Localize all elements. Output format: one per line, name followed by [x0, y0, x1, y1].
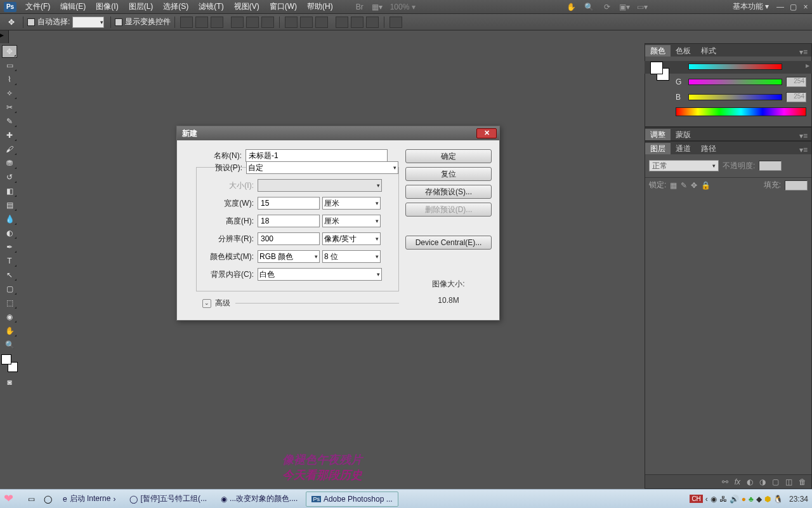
dist-btn-3[interactable]	[315, 17, 328, 28]
maximize-button[interactable]: ▢	[788, 3, 798, 11]
preset-select[interactable]: 自定▾	[246, 161, 398, 174]
hue-strip[interactable]	[676, 107, 806, 116]
bridge-icon[interactable]: Br	[352, 1, 367, 13]
align-btn-6[interactable]	[261, 17, 274, 28]
stamp-tool[interactable]: ⛃	[2, 157, 17, 170]
menu-layer[interactable]: 图层(L)	[124, 1, 159, 12]
layers-panel-menu[interactable]: ▾≡	[796, 145, 811, 154]
menu-select[interactable]: 选择(S)	[158, 1, 193, 12]
advanced-toggle[interactable]: ⌄ 高级	[202, 298, 399, 309]
tab-adjust[interactable]: 调整	[645, 129, 671, 140]
lock-brush-icon[interactable]: ✎	[681, 181, 687, 190]
tab-channels[interactable]: 通道	[671, 143, 696, 154]
fx-icon[interactable]: fx	[735, 478, 740, 486]
panel-color-swatches[interactable]	[650, 62, 669, 81]
dialog-close-button[interactable]: ✕	[476, 128, 497, 138]
tray-icon-4[interactable]: ◆	[756, 495, 762, 504]
g-slider[interactable]	[688, 79, 782, 85]
zoom-level[interactable]: 100% ▾	[390, 3, 416, 11]
align-btn-5[interactable]	[246, 17, 259, 28]
mask-icon[interactable]: ◐	[747, 478, 753, 486]
menu-window[interactable]: 窗口(W)	[265, 1, 302, 12]
align-btn-4[interactable]	[231, 17, 244, 28]
marquee-tool[interactable]: ▭	[2, 59, 17, 72]
depth-select[interactable]: 8 位▾	[322, 250, 381, 263]
ok-button[interactable]: 确定	[405, 149, 492, 163]
tray-icon-1[interactable]: ◉	[710, 495, 717, 504]
menu-filter[interactable]: 滤镜(T)	[193, 1, 228, 12]
toolbar-collapse[interactable]: ▸	[0, 30, 9, 43]
dodge-tool[interactable]: ◐	[2, 227, 17, 239]
lock-all-icon[interactable]: 🔒	[701, 181, 710, 190]
r-slider[interactable]	[688, 64, 782, 70]
adjust-panel-menu[interactable]: ▾≡	[796, 131, 811, 140]
tray-icon-5[interactable]: ⬢	[764, 495, 771, 504]
reset-button[interactable]: 复位	[405, 167, 492, 181]
adjustment-icon[interactable]: ◑	[759, 478, 766, 486]
link-layers-icon[interactable]: ⚯	[722, 478, 728, 486]
minimize-button[interactable]: —	[775, 3, 785, 11]
tray-qq-icon[interactable]: 🐧	[773, 495, 783, 504]
tab-color[interactable]: 颜色	[645, 45, 671, 57]
quickmask-tool[interactable]: ◙	[2, 376, 17, 389]
align-btn-3[interactable]	[211, 17, 223, 28]
width-unit-select[interactable]: 厘米▾	[322, 197, 381, 210]
fg-color-swatch[interactable]	[1, 354, 11, 364]
gradient-tool[interactable]: ▤	[2, 199, 17, 211]
clock[interactable]: 23:34	[789, 495, 808, 504]
lock-move-icon[interactable]: ✥	[691, 181, 697, 190]
height-unit-select[interactable]: 厘米▾	[322, 215, 381, 227]
color-swatches[interactable]	[1, 354, 18, 372]
b-value[interactable]: 254	[786, 92, 806, 102]
pen-tool[interactable]: ✒	[2, 241, 17, 253]
delete-layer-icon[interactable]: 🗑	[799, 478, 806, 486]
blend-mode-select[interactable]: 正常▾	[649, 160, 719, 171]
dist-btn-2[interactable]	[300, 17, 313, 28]
tray-network-icon[interactable]: 🖧	[719, 495, 727, 504]
tray-icon-2[interactable]: ●	[742, 495, 746, 504]
width-input[interactable]	[258, 197, 320, 210]
close-button[interactable]: ×	[801, 3, 811, 11]
taskbar-item-photoshop[interactable]: PsAdobe Photoshop ...	[306, 491, 398, 507]
save-preset-button[interactable]: 存储预设(S)...	[405, 185, 492, 199]
tab-paths[interactable]: 路径	[696, 143, 721, 154]
history-brush-tool[interactable]: ↺	[2, 171, 17, 184]
move-tool[interactable]: ✥	[2, 45, 17, 58]
bg-select[interactable]: 白色▾	[258, 268, 382, 281]
crop-tool[interactable]: ✂	[2, 101, 17, 114]
device-central-button[interactable]: Device Central(E)...	[405, 236, 492, 250]
dist-btn-1[interactable]	[285, 17, 298, 28]
height-input[interactable]	[258, 215, 320, 227]
start-button[interactable]: ❤	[4, 491, 19, 507]
menu-image[interactable]: 图像(I)	[91, 1, 123, 12]
dialog-titlebar[interactable]: 新建 ✕	[177, 126, 499, 140]
tab-layers[interactable]: 图层	[645, 143, 671, 154]
eraser-tool[interactable]: ◧	[2, 185, 17, 197]
auto-select-checkbox[interactable]	[27, 18, 35, 26]
tab-swatches[interactable]: 色板	[671, 45, 696, 57]
workspace-switcher[interactable]: 基本功能 ▾	[728, 1, 774, 12]
b-slider[interactable]	[688, 94, 782, 100]
type-tool[interactable]: T	[2, 255, 17, 267]
tab-styles[interactable]: 样式	[696, 45, 721, 57]
tab-mask[interactable]: 蒙版	[671, 129, 696, 140]
blur-tool[interactable]: 💧	[2, 213, 17, 225]
tray-volume-icon[interactable]: 🔊	[730, 495, 739, 504]
mode-select[interactable]: RGB 颜色▾	[258, 250, 320, 263]
g-value[interactable]: 254	[786, 77, 806, 87]
lasso-tool[interactable]: ⌇	[2, 73, 17, 86]
screen-mode-icon[interactable]: ▭▾	[635, 1, 650, 13]
taskbar-item-browser[interactable]: ◉...改变对象的颜色....	[215, 491, 303, 507]
auto-select-target[interactable]: 组▾	[72, 17, 104, 28]
dist-btn-5[interactable]	[351, 17, 363, 28]
eyedropper-tool[interactable]: ✎	[2, 115, 17, 128]
ql-desktop-icon[interactable]: ▭	[25, 493, 37, 505]
color-panel-menu[interactable]: ▾≡	[796, 48, 811, 57]
dist-btn-4[interactable]	[336, 17, 348, 28]
show-transform-checkbox[interactable]	[115, 18, 122, 26]
hand-icon[interactable]: ✋	[564, 1, 579, 13]
brush-tool[interactable]: 🖌	[2, 143, 17, 156]
healing-tool[interactable]: ✚	[2, 129, 17, 142]
new-layer-icon[interactable]: ◫	[785, 478, 792, 486]
tray-icon-3[interactable]: ♣	[749, 495, 754, 504]
